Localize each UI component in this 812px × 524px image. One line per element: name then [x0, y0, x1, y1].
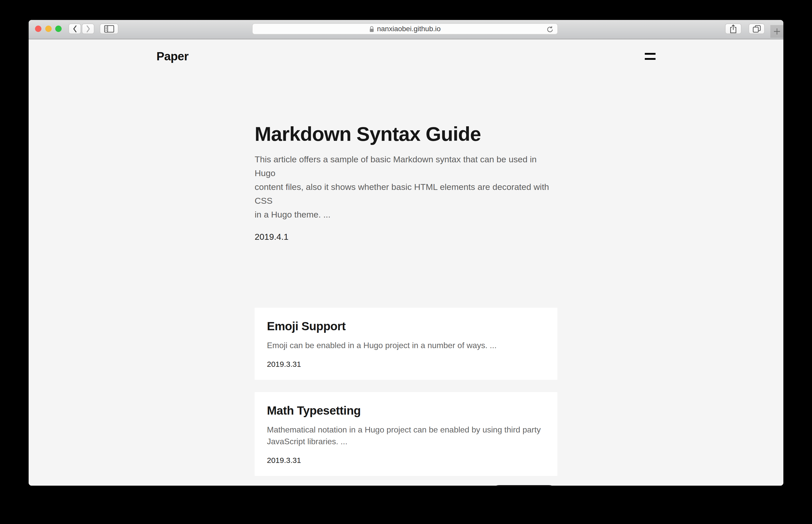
post-date: 2019.4.1: [255, 232, 557, 242]
url-text: nanxiaobei.github.io: [377, 25, 440, 33]
forward-button[interactable]: [82, 23, 94, 34]
summary-line: Emoji can be enabled in a Hugo project i…: [267, 340, 545, 351]
lock-icon[interactable]: [369, 26, 374, 32]
new-tab-button[interactable]: [770, 25, 783, 38]
post-summary: This article offers a sample of basic Ma…: [255, 152, 557, 222]
safari-window: nanxiaobei.github.io: [29, 20, 783, 486]
site-logo[interactable]: Paper: [157, 49, 189, 63]
summary-line: in a Hugo theme. ...: [255, 208, 557, 222]
minimize-window-button[interactable]: [45, 26, 52, 32]
summary-line: Mathematical notation in a Hugo project …: [267, 424, 545, 436]
post-title[interactable]: Emoji Support: [267, 319, 545, 333]
close-window-button[interactable]: [35, 26, 42, 32]
tabs-icon: [752, 25, 761, 33]
main-content: Markdown Syntax Guide This article offer…: [255, 122, 557, 486]
fullscreen-window-button[interactable]: [55, 26, 62, 32]
browser-toolbar: nanxiaobei.github.io: [29, 20, 783, 39]
summary-line: This article offers a sample of basic Ma…: [255, 152, 557, 180]
chevron-right-icon: [86, 25, 91, 33]
back-button[interactable]: [68, 23, 81, 34]
post-card[interactable]: Math Typesetting Mathematical notation i…: [255, 392, 557, 476]
hamburger-icon: [645, 53, 655, 55]
post-card[interactable]: Emoji Support Emoji can be enabled in a …: [255, 308, 557, 380]
sidebar-toggle-button[interactable]: [100, 23, 118, 34]
summary-line: content files, also it shows whether bas…: [255, 180, 557, 208]
chevron-left-icon: [72, 25, 78, 33]
show-tabs-button[interactable]: [749, 23, 765, 34]
summary-line: JavaScript libraries. ...: [267, 436, 545, 447]
menu-button[interactable]: [645, 52, 655, 61]
address-bar[interactable]: nanxiaobei.github.io: [252, 23, 558, 34]
plus-icon: [773, 27, 781, 36]
share-icon: [729, 24, 737, 34]
hamburger-icon: [645, 58, 655, 60]
next-page-button[interactable]: Next Page →: [491, 485, 557, 486]
post-summary: Emoji can be enabled in a Hugo project i…: [267, 340, 545, 351]
post-title[interactable]: Math Typesetting: [267, 403, 545, 417]
share-button[interactable]: [725, 23, 742, 34]
pagination: Next Page →: [255, 485, 557, 486]
post-summary: Mathematical notation in a Hugo project …: [267, 424, 545, 447]
post-date: 2019.3.31: [267, 360, 545, 369]
site-header: Paper: [157, 39, 655, 63]
featured-post: Markdown Syntax Guide This article offer…: [255, 122, 557, 242]
post-title[interactable]: Markdown Syntax Guide: [255, 122, 557, 146]
desktop: nanxiaobei.github.io: [0, 0, 812, 524]
sidebar-icon: [104, 25, 114, 33]
post-date: 2019.3.31: [267, 456, 545, 465]
reload-button[interactable]: [546, 25, 554, 33]
web-page: Paper Markdown Syntax Guide This article…: [29, 39, 783, 486]
